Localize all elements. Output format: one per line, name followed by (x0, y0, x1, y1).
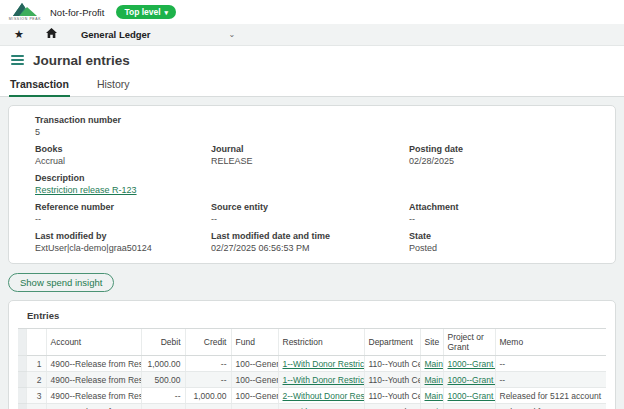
cell-fund: 100--General (231, 388, 278, 404)
field-books: Books Accrual (35, 144, 211, 166)
cell-credit: -- (185, 372, 231, 388)
chevron-down-icon: ▾ (165, 9, 169, 16)
logo-caption: MISSION PEAK (9, 17, 41, 21)
col-restriction: Restriction (278, 329, 364, 356)
col-debit: Debit (141, 329, 185, 356)
site-link[interactable]: Main (425, 375, 443, 385)
cell-credit: 500.00 (185, 404, 231, 409)
table-header-row: Account Debit Credit Fund Restriction De… (18, 329, 606, 356)
cell-fund: 100--General (231, 372, 278, 388)
col-site: Site (420, 329, 443, 356)
cell-memo: -- (495, 372, 606, 388)
project-link[interactable]: 1000--Grant #1 (448, 375, 496, 385)
col-account: Account (46, 329, 141, 356)
cell-memo: Released for 5121 account (495, 388, 606, 404)
col-fund: Fund (231, 329, 278, 356)
navigation-bar: ★ General Ledger ⌄ (0, 24, 624, 46)
col-credit: Credit (185, 329, 231, 356)
mission-peak-logo: MISSION PEAK (8, 3, 42, 21)
content-area: Transaction number 5 Books Accrual Journ… (0, 97, 624, 409)
module-selector[interactable]: General Ledger ⌄ (81, 29, 235, 40)
chevron-down-icon: ⌄ (229, 30, 236, 39)
field-journal: Journal RELEASE (211, 144, 409, 166)
entries-table: Account Debit Credit Fund Restriction De… (18, 328, 606, 409)
mountain-logo-icon (13, 3, 37, 16)
cell-fund: 100--General (231, 404, 278, 409)
tab-history[interactable]: History (96, 74, 131, 96)
project-link[interactable]: 1000--Grant #1 (448, 391, 496, 401)
site-link[interactable]: Main (425, 359, 443, 369)
table-row: 4 4900--Release from Restriction -- 500.… (18, 404, 606, 409)
col-memo: Memo (495, 329, 606, 356)
field-state: State Posted (409, 231, 605, 253)
cell-department: 110--Youth Center (364, 356, 420, 372)
cell-department: 110--Youth Center (364, 388, 420, 404)
table-row: 3 4900--Release from Restriction -- 1,00… (18, 388, 606, 404)
cell-account: 4900--Release from Restriction (46, 404, 141, 409)
field-last-modified-by: Last modified by ExtUser|cla-demo|graa50… (35, 231, 211, 253)
cell-memo: -- (495, 356, 606, 372)
cell-fund: 100--General (231, 356, 278, 372)
company-name: Not-for-Profit (50, 7, 104, 18)
list-menu-icon[interactable] (11, 55, 24, 65)
field-source-entity: Source entity -- (211, 202, 409, 224)
entity-selector-button[interactable]: Top level ▾ (116, 5, 176, 19)
cell-account: 4900--Release from Restriction (46, 388, 141, 404)
top-header-bar: MISSION PEAK Not-for-Profit Top level ▾ (0, 0, 624, 24)
field-transaction-number: Transaction number 5 (35, 115, 605, 137)
description-link[interactable]: Restriction release R-123 (35, 185, 137, 195)
home-icon[interactable] (46, 28, 57, 41)
cell-debit: -- (141, 388, 185, 404)
cell-credit: 1,000.00 (185, 388, 231, 404)
cell-credit: -- (185, 356, 231, 372)
cell-department: 110--Youth Center (364, 372, 420, 388)
favorites-star-icon[interactable]: ★ (14, 29, 24, 40)
show-spend-insight-button[interactable]: Show spend insight (8, 273, 114, 292)
cell-memo: Released for 5305 account (495, 404, 606, 409)
field-reference-number: Reference number -- (35, 202, 211, 224)
restriction-link[interactable]: 1--With Donor Restriction (283, 359, 365, 369)
field-last-modified-datetime: Last modified date and time 02/27/2025 0… (211, 231, 409, 253)
field-attachment: Attachment -- (409, 202, 605, 224)
tab-transaction[interactable]: Transaction (9, 74, 70, 97)
cell-department: 110--Youth Center (364, 404, 420, 409)
restriction-link[interactable]: 1--With Donor Restriction (283, 375, 365, 385)
field-description: Description Restriction release R-123 (35, 173, 605, 195)
page-title-bar: Journal entries (0, 46, 624, 74)
transaction-details-panel: Transaction number 5 Books Accrual Journ… (8, 105, 616, 264)
module-selector-label: General Ledger (81, 29, 151, 40)
project-link[interactable]: 1000--Grant #1 (448, 359, 496, 369)
table-row: 1 4900--Release from Restriction 1,000.0… (18, 356, 606, 372)
col-project-or-grant: Project or Grant (443, 329, 495, 356)
cell-debit: -- (141, 404, 185, 409)
col-department: Department (364, 329, 420, 356)
entries-heading: Entries (27, 310, 606, 321)
cell-debit: 500.00 (141, 372, 185, 388)
cell-debit: 1,000.00 (141, 356, 185, 372)
tab-bar: Transaction History (0, 74, 624, 97)
restriction-link[interactable]: 2--Without Donor Restriction (283, 391, 365, 401)
field-posting-date: Posting date 02/28/2025 (409, 144, 605, 166)
entries-panel: Entries Account Debit Credit Fund Restri… (8, 300, 616, 409)
site-link[interactable]: Main (425, 391, 443, 401)
cell-account: 4900--Release from Restriction (46, 356, 141, 372)
entity-selector-label: Top level (124, 7, 160, 17)
cell-account: 4900--Release from Restriction (46, 372, 141, 388)
page-title: Journal entries (33, 53, 130, 68)
table-row: 2 4900--Release from Restriction 500.00 … (18, 372, 606, 388)
